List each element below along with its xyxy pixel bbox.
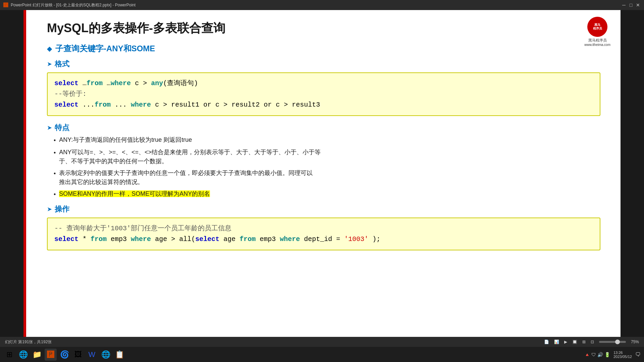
- list-item: • ANY可以与=、>、>=、<、<=、<>结合是来使用，分别表示等于、大于、大…: [54, 148, 600, 166]
- code-box-1: select …from …where c > any(查询语句) --等价于:…: [47, 72, 600, 116]
- format-label: 格式: [55, 59, 69, 69]
- zoom-level: 75%: [631, 340, 639, 344]
- play-icon[interactable]: ▶: [564, 340, 567, 344]
- format-arrow-icon: ➤: [47, 60, 52, 68]
- taskbar: ⊞ 🌐 📁 🅿 🌀 🖼 W 🌐 📋 🔺 🛡 🔊 🔋 13:262023/05/1…: [0, 347, 644, 362]
- code-box-2: -- 查询年龄大于'1003'部门任意一个员工年龄的员工信息 select * …: [47, 218, 600, 250]
- slide-title: MySQL的多表操作-多表联合查询: [47, 20, 600, 37]
- view-icon-1[interactable]: 📄: [544, 340, 549, 344]
- list-item: • ANY:与子查询返回的任何值比较为true 则返回true: [54, 135, 600, 145]
- browser-icon[interactable]: 🌐: [17, 349, 29, 361]
- bullet-dot-3: •: [54, 169, 56, 178]
- code1-comment: --等价于:: [54, 89, 593, 100]
- bullet-list: • ANY:与子查询返回的任何值比较为true 则返回true • ANY可以与…: [54, 135, 600, 199]
- code1-line1: select …from …where c > any(查询语句): [54, 78, 593, 89]
- zoom-handle[interactable]: [615, 340, 620, 344]
- operation-arrow-icon: ➤: [47, 205, 52, 213]
- media-icon[interactable]: 🌀: [58, 349, 70, 361]
- bullet-dot-4: •: [54, 190, 56, 199]
- view-icon-2[interactable]: 📊: [554, 340, 559, 344]
- logo-name: 黑马程序员: [584, 38, 610, 43]
- app-icon: 🅿: [3, 2, 8, 8]
- operation-label: 操作: [55, 204, 69, 214]
- close-button[interactable]: ✕: [635, 2, 641, 8]
- operation-subsection: ➤ 操作: [47, 204, 600, 214]
- bullet-text-2: ANY可以与=、>、>=、<、<=、<>结合是来使用，分别表示等于、大于、大于等…: [59, 148, 321, 166]
- view-icon-3[interactable]: 🔲: [572, 340, 577, 344]
- format-subsection: ➤ 格式: [47, 59, 600, 69]
- system-time: 13:262023/05/12: [613, 351, 632, 359]
- section-header: ◆ 子查询关键字-ANY和SOME: [47, 43, 600, 54]
- status-left: 幻灯片 第191张，共192张: [5, 339, 52, 345]
- zoom-slider[interactable]: [599, 341, 626, 343]
- title-bar: 🅿 PowerPoint 幻灯片放映 - [01-史上最全的SQL教程2.ppt…: [0, 0, 644, 10]
- maximize-button[interactable]: □: [628, 2, 634, 8]
- logo-area: 黑马程序员 黑马程序员 www.itheima.com: [584, 17, 610, 47]
- status-bar: 幻灯片 第191张，共192张 📄 📊 ▶ 🔲 ⊞ ⊡ 75%: [0, 337, 644, 347]
- diamond-icon: ◆: [47, 45, 52, 53]
- slide-count: 幻灯片 第191张，共192张: [5, 339, 52, 345]
- slide-container: 黑马程序员 黑马程序员 www.itheima.com MySQL的多表操作-多…: [23, 10, 621, 345]
- view-icon-5[interactable]: ⊡: [591, 340, 594, 344]
- start-button[interactable]: ⊞: [3, 349, 15, 361]
- slide-content: 黑马程序员 黑马程序员 www.itheima.com MySQL的多表操作-多…: [23, 10, 621, 343]
- bullet-text-1: ANY:与子查询返回的任何值比较为true 则返回true: [59, 135, 192, 144]
- bullet-dot-1: •: [54, 136, 56, 145]
- feature-subsection: ➤ 特点: [47, 123, 600, 133]
- logo-url: www.itheima.com: [584, 43, 610, 47]
- bullet-text-4: SOME和ANY的作用一样，SOME可以理解为ANY的别名: [59, 189, 210, 198]
- feature-arrow-icon: ➤: [47, 124, 52, 131]
- taskbar-icons-right: 🔺 🛡 🔊 🔋: [584, 352, 610, 357]
- word-icon[interactable]: W: [86, 349, 98, 361]
- window-title: PowerPoint 幻灯片放映 - [01-史上最全的SQL教程2.pptx]…: [11, 2, 136, 8]
- notification-icon[interactable]: 🗨: [635, 352, 641, 358]
- photos-icon[interactable]: 🖼: [72, 349, 84, 361]
- code1-line2: select ...from ... where c > result1 or …: [54, 100, 593, 110]
- feature-label: 特点: [55, 123, 69, 133]
- code2-line: select * from emp3 where age > all(selec…: [54, 234, 593, 245]
- minimize-button[interactable]: ─: [621, 2, 627, 8]
- edge-icon[interactable]: 🌐: [100, 349, 112, 361]
- view-icon-4[interactable]: ⊞: [582, 340, 586, 344]
- list-item: • 表示制定列中的值要大于子查询中的任意一个值，即必须要大于子查询集中的最小值。…: [54, 169, 600, 187]
- section-title: 子查询关键字-ANY和SOME: [55, 43, 155, 54]
- powerpoint-icon[interactable]: 🅿: [45, 349, 57, 361]
- title-bar-left: 🅿 PowerPoint 幻灯片放映 - [01-史上最全的SQL教程2.ppt…: [3, 2, 136, 8]
- explorer-icon[interactable]: 📁: [31, 349, 43, 361]
- logo-circle: 黑马程序员: [587, 17, 607, 37]
- notes-icon[interactable]: 📋: [113, 349, 125, 361]
- list-item: • SOME和ANY的作用一样，SOME可以理解为ANY的别名: [54, 189, 600, 199]
- bullet-dot-2: •: [54, 148, 56, 158]
- bullet-text-3: 表示制定列中的值要大于子查询中的任意一个值，即必须要大于子查询集中的最小值。同理…: [59, 169, 313, 187]
- code2-comment: -- 查询年龄大于'1003'部门任意一个员工年龄的员工信息: [54, 223, 593, 234]
- status-right: 📄 📊 ▶ 🔲 ⊞ ⊡ 75%: [544, 340, 639, 344]
- title-bar-controls[interactable]: ─ □ ✕: [621, 2, 641, 8]
- taskbar-right: 🔺 🛡 🔊 🔋 13:262023/05/12 🗨: [584, 351, 641, 359]
